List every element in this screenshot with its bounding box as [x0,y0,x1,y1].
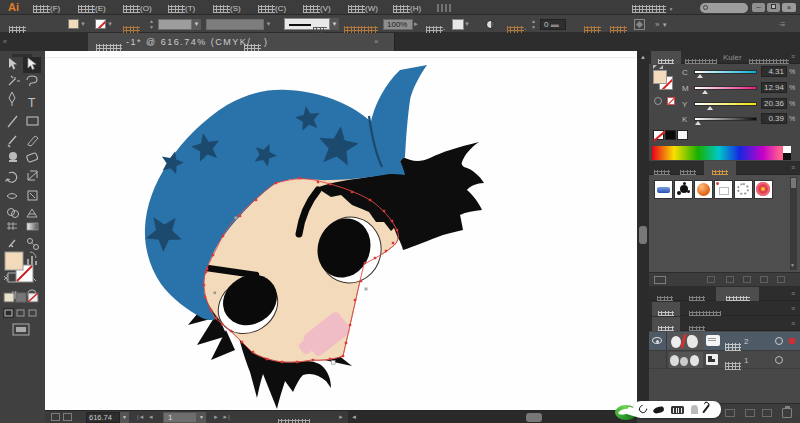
svg-text:T: T [28,96,36,110]
